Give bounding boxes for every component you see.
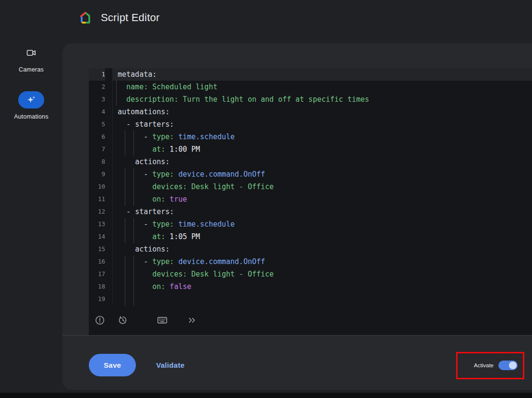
indent-guide <box>125 293 125 305</box>
validate-button[interactable]: Validate <box>153 361 187 370</box>
code-line: on: true <box>118 193 532 205</box>
code-line: at: 1:05 PM <box>118 230 532 243</box>
code-line: description: Turn the light on and off a… <box>118 93 532 106</box>
code-line: - starters: <box>118 205 532 218</box>
line-number: 16 <box>89 255 105 268</box>
save-button[interactable]: Save <box>89 354 136 376</box>
sidebar-item-label: Cameras <box>19 66 44 73</box>
code-line: at: 1:00 PM <box>118 143 532 156</box>
bottom-strip <box>0 393 532 398</box>
indent-guide <box>116 81 117 106</box>
line-number: 14 <box>89 230 105 243</box>
indent-guide <box>133 131 134 156</box>
line-number: 7 <box>89 143 105 156</box>
google-home-logo-icon <box>78 11 93 25</box>
more-chevrons-icon[interactable] <box>186 314 198 326</box>
code-area[interactable]: 12345678910111213141516171819 metadata: … <box>89 68 532 305</box>
sidebar-item-automations[interactable]: Automations <box>14 91 48 120</box>
editor-panel: 12345678910111213141516171819 metadata: … <box>62 43 532 390</box>
header: Script Editor <box>78 11 159 25</box>
problems-icon[interactable] <box>94 314 106 326</box>
activate-toggle[interactable] <box>498 361 518 370</box>
line-number: 2 <box>89 81 105 93</box>
editor-toolbar <box>89 305 532 335</box>
line-number: 8 <box>89 156 105 168</box>
indent-guide <box>133 255 134 293</box>
line-number: 6 <box>89 131 105 143</box>
line-number: 12 <box>89 205 105 218</box>
code-line: - type: device.command.OnOff <box>118 168 532 181</box>
code-line: actions: <box>118 243 532 255</box>
indent-guide <box>133 218 134 243</box>
code-line: actions: <box>118 156 532 168</box>
activate-control[interactable]: Activate <box>474 361 518 370</box>
code-line: name: Scheduled light <box>118 81 532 93</box>
line-number: 9 <box>89 168 105 181</box>
code-line: - type: device.command.OnOff <box>118 255 532 268</box>
history-icon[interactable] <box>117 314 129 326</box>
toggle-knob <box>509 362 517 369</box>
editor-code[interactable]: metadata: name: Scheduled light descript… <box>113 68 532 305</box>
indent-guide <box>125 131 125 156</box>
sidebar-item-label: Automations <box>14 113 48 120</box>
keyboard-icon[interactable] <box>157 314 168 326</box>
line-number: 13 <box>89 218 105 230</box>
script-editor: 12345678910111213141516171819 metadata: … <box>89 68 532 335</box>
code-line: - type: time.schedule <box>118 131 532 143</box>
line-number: 19 <box>89 293 105 305</box>
code-line: devices: Desk light - Office <box>118 181 532 193</box>
code-line: metadata: <box>113 68 532 81</box>
line-number: 17 <box>89 268 105 280</box>
line-number: 5 <box>89 118 105 131</box>
sidebar: Cameras Automations <box>0 46 62 120</box>
code-line: devices: Desk light - Office <box>118 268 532 280</box>
code-line: - type: time.schedule <box>118 218 532 230</box>
line-number: 18 <box>89 280 105 293</box>
code-line: automations: <box>118 106 532 118</box>
code-line: on: false <box>118 280 532 293</box>
line-number: 11 <box>89 193 105 205</box>
footer-bar: Save Validate Activate <box>62 336 532 390</box>
code-line: - starters: <box>118 118 532 131</box>
line-number: 15 <box>89 243 105 255</box>
indent-guide <box>125 255 125 293</box>
indent-guide <box>125 218 125 243</box>
line-number: 1 <box>89 68 105 81</box>
line-number: 4 <box>89 106 105 118</box>
editor-gutter: 12345678910111213141516171819 <box>89 68 113 305</box>
sparkle-icon <box>18 91 44 109</box>
line-number: 3 <box>89 93 105 106</box>
videocam-icon <box>26 47 36 59</box>
page-title: Script Editor <box>101 12 159 24</box>
line-number: 10 <box>89 181 105 193</box>
indent-guide <box>133 168 134 205</box>
indent-guide <box>133 293 134 305</box>
activate-label: Activate <box>474 362 494 368</box>
indent-guide <box>125 168 125 205</box>
code-line <box>118 293 532 305</box>
sidebar-item-cameras[interactable]: Cameras <box>19 47 44 73</box>
